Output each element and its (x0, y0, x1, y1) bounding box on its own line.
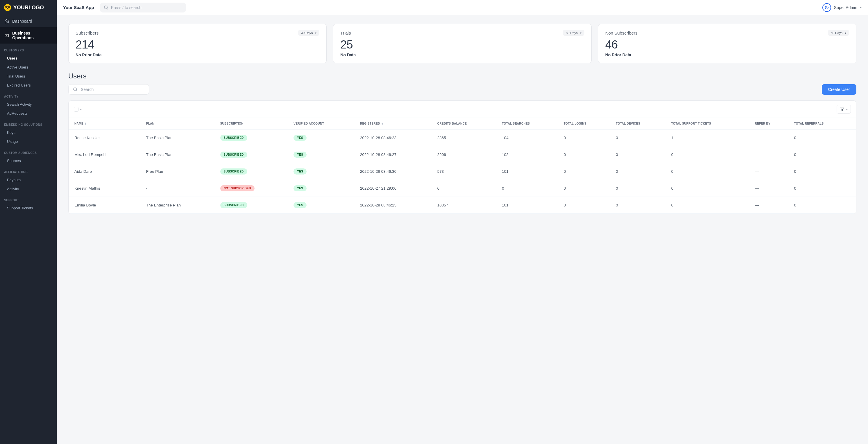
cell-devices: 0 (613, 197, 668, 214)
user-menu[interactable]: Super Admin ▾ (823, 3, 862, 12)
users-search[interactable] (68, 84, 149, 95)
logo-text: YOURLOGO (13, 5, 44, 11)
sidebar-link[interactable]: Keys (0, 128, 57, 137)
cell-devices: 0 (613, 146, 668, 163)
table-row[interactable]: Aida Dare Free Plan SUBSCRIBED YES 2022-… (69, 163, 856, 180)
column-header[interactable]: PLAN (143, 118, 217, 130)
filter-icon (840, 107, 844, 111)
cell-searches: 104 (499, 130, 561, 146)
sidebar-item-label: Dashboard (12, 19, 32, 24)
table-row[interactable]: Emilia Boyle The Enterprise Plan SUBSCRI… (69, 197, 856, 214)
table-row[interactable]: Mrs. Lori Rempel I The Basic Plan SUBSCR… (69, 146, 856, 163)
cell-credits: 2906 (434, 146, 499, 163)
column-header[interactable]: NAME▲▼ (69, 118, 143, 130)
cell-referrals: 0 (791, 180, 856, 197)
stat-value: 25 (340, 38, 584, 51)
table-row[interactable]: Kirestin Mathis - NOT SUBSCRIBED YES 202… (69, 180, 856, 197)
cell-tickets: 1 (669, 130, 752, 146)
svg-point-2 (104, 6, 107, 9)
business-icon (4, 33, 9, 38)
verified-badge: YES (293, 185, 307, 191)
period-select[interactable]: 30 Days ▾ (563, 30, 584, 36)
filter-button[interactable]: ▾ (837, 105, 851, 113)
stats-row: Subscribers 30 Days ▾ 214 No Prior Data … (68, 24, 857, 63)
cell-devices: 0 (613, 163, 668, 180)
cell-verified: YES (290, 146, 357, 163)
cell-registered: 2022-10-28 08:46:25 (357, 197, 434, 214)
cell-searches: 101 (499, 163, 561, 180)
period-label: 30 Days (566, 31, 578, 35)
subscription-badge: NOT SUBSCRIBED (220, 185, 254, 191)
cell-registered: 2022-10-27 21:29:00 (357, 180, 434, 197)
cell-credits: 573 (434, 163, 499, 180)
sidebar-item-business-operations[interactable]: Business Operations (0, 27, 57, 43)
cell-name: Reese Kessler (69, 130, 143, 146)
cell-refer: — (752, 130, 791, 146)
cell-logins: 0 (561, 130, 613, 146)
column-header[interactable]: VERIFIED ACCOUNT (290, 118, 357, 130)
column-header[interactable]: TOTAL LOGINS (561, 118, 613, 130)
cell-referrals: 0 (791, 163, 856, 180)
cell-searches: 0 (499, 180, 561, 197)
period-select[interactable]: 30 Days ▾ (828, 30, 849, 36)
sidebar-item-dashboard[interactable]: Dashboard (0, 15, 57, 27)
verified-badge: YES (293, 151, 307, 158)
column-header[interactable]: TOTAL SEARCHES (499, 118, 561, 130)
sidebar-link[interactable]: Activity (0, 184, 57, 194)
sidebar-link[interactable]: Active Users (0, 63, 57, 72)
sidebar-link[interactable]: Search Activity (0, 100, 57, 109)
stat-card: Trials 30 Days ▾ 25 No Data (333, 24, 591, 63)
cell-verified: YES (290, 197, 357, 214)
cell-subscription: SUBSCRIBED (217, 130, 291, 146)
column-header[interactable]: SUBSCRIPTION (217, 118, 291, 130)
verified-badge: YES (293, 202, 307, 208)
search-input[interactable] (111, 5, 183, 10)
column-header[interactable]: REGISTERED▲▼ (357, 118, 434, 130)
cell-subscription: SUBSCRIBED (217, 197, 291, 214)
global-search[interactable] (100, 3, 186, 12)
sidebar-section-heading: ACTIVITY (0, 90, 57, 100)
sidebar-link[interactable]: Sources (0, 156, 57, 165)
stat-card: Non Subscribers 30 Days ▾ 46 No Prior Da… (598, 24, 857, 63)
stat-subtext: No Data (340, 53, 584, 57)
stat-value: 214 (75, 38, 319, 51)
svg-point-3 (73, 88, 77, 91)
verified-badge: YES (293, 135, 307, 141)
column-header[interactable]: TOTAL REFERRALS (791, 118, 856, 130)
sort-icon: ▲▼ (381, 122, 383, 125)
sidebar-link[interactable]: Expired Users (0, 81, 57, 90)
cell-registered: 2022-10-28 08:46:23 (357, 130, 434, 146)
subscription-badge: SUBSCRIBED (220, 168, 247, 174)
select-all-checkbox[interactable] (74, 107, 79, 111)
cell-plan: Free Plan (143, 163, 217, 180)
period-label: 30 Days (831, 31, 842, 35)
cell-name: Emilia Boyle (69, 197, 143, 214)
create-user-button[interactable]: Create User (822, 84, 857, 95)
cell-refer: — (752, 146, 791, 163)
users-search-input[interactable] (81, 87, 145, 92)
cell-searches: 102 (499, 146, 561, 163)
cell-name: Kirestin Mathis (69, 180, 143, 197)
column-header[interactable]: TOTAL SUPPORT TICKETS (669, 118, 752, 130)
sidebar-link[interactable]: Support Tickets (0, 204, 57, 212)
home-icon (4, 19, 9, 24)
sidebar-link[interactable]: Payouts (0, 175, 57, 184)
cell-subscription: SUBSCRIBED (217, 146, 291, 163)
sidebar-link[interactable]: Users (0, 54, 57, 63)
cell-referrals: 0 (791, 197, 856, 214)
period-select[interactable]: 30 Days ▾ (298, 30, 319, 36)
column-header[interactable]: CREDITS BALANCE (434, 118, 499, 130)
cell-tickets: 0 (669, 180, 752, 197)
sidebar-item-label: Business Operations (12, 31, 53, 40)
table-row[interactable]: Reese Kessler The Basic Plan SUBSCRIBED … (69, 130, 856, 146)
cell-logins: 0 (561, 163, 613, 180)
cell-logins: 0 (561, 180, 613, 197)
sidebar-link[interactable]: Usage (0, 137, 57, 146)
sidebar-link[interactable]: Trial Users (0, 72, 57, 81)
chevron-down-icon[interactable]: ▾ (80, 108, 82, 111)
section-title: Users (68, 72, 857, 80)
column-header[interactable]: REFER BY (752, 118, 791, 130)
sidebar-link[interactable]: AdRequests (0, 109, 57, 118)
cell-refer: — (752, 197, 791, 214)
column-header[interactable]: TOTAL DEVICES (613, 118, 668, 130)
